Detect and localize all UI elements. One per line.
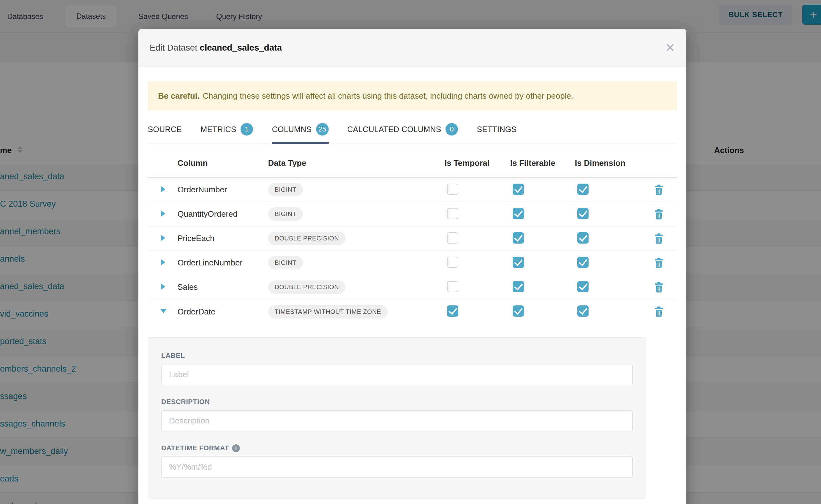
is-filterable-checkbox[interactable] [513, 305, 524, 317]
is-dimension-checkbox[interactable] [577, 208, 589, 219]
data-type-pill: BIGINT [268, 256, 303, 269]
delete-column-trash-icon[interactable] [654, 306, 664, 317]
data-type-pill: BIGINT [268, 183, 303, 196]
is-dimension-header: Is Dimension [575, 158, 641, 168]
modal-title-prefix: Edit Dataset [150, 43, 197, 52]
is-temporal-checkbox[interactable] [447, 281, 458, 292]
column-header: Column [177, 158, 268, 168]
is-filterable-checkbox[interactable] [513, 257, 524, 268]
delete-column-trash-icon[interactable] [654, 282, 664, 293]
modal-title: Edit Dataset cleaned_sales_data [150, 43, 282, 53]
warning-banner: Be careful. Changing these settings will… [148, 81, 677, 111]
modal-header: Edit Dataset cleaned_sales_data ✕ [138, 29, 686, 67]
datetime-format-label-text: DATETIME FORMAT [161, 444, 229, 452]
modal-title-dataset-name: cleaned_sales_data [200, 43, 282, 52]
column-row-quantityordered: QuantityOrderedBIGINT [148, 202, 677, 226]
modal-body: Be careful. Changing these settings will… [138, 81, 686, 499]
datetime-format-input[interactable] [161, 457, 633, 477]
is-temporal-checkbox[interactable] [447, 305, 458, 317]
tab-label: METRICS [200, 125, 236, 134]
is-dimension-checkbox[interactable] [577, 305, 589, 317]
is-temporal-checkbox[interactable] [447, 184, 458, 195]
is-temporal-checkbox[interactable] [447, 232, 458, 244]
tab-source[interactable]: SOURCE [148, 123, 182, 143]
collapse-caret-icon[interactable] [160, 309, 166, 313]
is-dimension-checkbox[interactable] [577, 281, 589, 292]
tab-columns[interactable]: COLUMNS25 [272, 123, 328, 143]
column-name: OrderNumber [177, 185, 268, 195]
orderdate-expanded-panel: LABEL DESCRIPTION DATETIME FORMAT i [148, 337, 646, 499]
delete-column-trash-icon[interactable] [654, 184, 664, 195]
tab-count-badge: 1 [240, 123, 253, 136]
delete-column-trash-icon[interactable] [654, 209, 664, 220]
column-name: OrderLineNumber [177, 258, 268, 268]
tab-calculated-columns[interactable]: CALCULATED COLUMNS0 [347, 123, 458, 143]
description-field-label: DESCRIPTION [161, 398, 633, 406]
data-type-pill: DOUBLE PRECISION [268, 280, 345, 294]
column-name: OrderDate [177, 307, 268, 317]
tab-metrics[interactable]: METRICS1 [200, 123, 253, 143]
is-filterable-checkbox[interactable] [513, 232, 524, 244]
delete-column-trash-icon[interactable] [654, 233, 664, 244]
is-filterable-header: Is Filterable [510, 158, 575, 168]
is-temporal-checkbox[interactable] [447, 208, 458, 219]
data-type-pill: DOUBLE PRECISION [268, 232, 345, 245]
close-icon[interactable]: ✕ [665, 42, 675, 54]
label-field-label: LABEL [161, 352, 633, 360]
is-filterable-checkbox[interactable] [513, 281, 524, 292]
column-name: QuantityOrdered [177, 209, 268, 219]
edit-dataset-modal: Edit Dataset cleaned_sales_data ✕ Be car… [138, 29, 686, 504]
expand-caret-icon[interactable] [161, 235, 165, 241]
data-type-header: Data Type [268, 158, 445, 168]
expand-caret-icon[interactable] [161, 284, 165, 290]
columns-table-header: Column Data Type Is Temporal Is Filterab… [148, 149, 677, 178]
warning-banner-text: Changing these settings will affect all … [203, 91, 573, 101]
is-dimension-checkbox[interactable] [577, 257, 589, 268]
tab-label: CALCULATED COLUMNS [347, 125, 442, 134]
datetime-format-field-label: DATETIME FORMAT i [161, 444, 633, 452]
column-row-orderlinenumber: OrderLineNumberBIGINT [148, 251, 677, 275]
modal-tabs: SOURCEMETRICS1COLUMNS25CALCULATED COLUMN… [148, 123, 677, 143]
description-input[interactable] [161, 410, 633, 431]
column-row-priceeach: PriceEachDOUBLE PRECISION [148, 226, 677, 251]
column-row-orderdate: OrderDateTIMESTAMP WITHOUT TIME ZONE [148, 299, 677, 324]
is-dimension-checkbox[interactable] [577, 184, 589, 195]
column-name: PriceEach [177, 234, 268, 243]
expand-caret-icon[interactable] [161, 186, 165, 192]
expand-caret-icon[interactable] [161, 259, 165, 265]
screen: Databases Datasets Saved Queries Query H… [0, 0, 821, 504]
label-input[interactable] [161, 364, 633, 385]
is-temporal-checkbox[interactable] [447, 257, 458, 268]
tab-settings[interactable]: SETTINGS [477, 123, 517, 143]
columns-table-body: OrderNumberBIGINTQuantityOrderedBIGINTPr… [148, 178, 677, 324]
is-temporal-header: Is Temporal [445, 158, 510, 168]
tab-label: COLUMNS [272, 125, 311, 134]
expand-caret-icon[interactable] [161, 210, 165, 217]
is-filterable-checkbox[interactable] [513, 208, 524, 219]
data-type-pill: BIGINT [268, 207, 303, 221]
data-type-pill: TIMESTAMP WITHOUT TIME ZONE [268, 305, 388, 319]
delete-column-trash-icon[interactable] [654, 257, 664, 269]
column-row-sales: SalesDOUBLE PRECISION [148, 275, 677, 299]
tab-count-badge: 0 [446, 123, 458, 136]
tab-count-badge: 25 [316, 123, 329, 136]
tab-label: SETTINGS [477, 125, 517, 134]
info-icon[interactable]: i [232, 444, 240, 452]
label-field-label-text: LABEL [161, 352, 185, 360]
is-filterable-checkbox[interactable] [513, 184, 524, 195]
column-name: Sales [177, 282, 268, 292]
warning-banner-bold: Be careful. [158, 91, 200, 101]
description-field-label-text: DESCRIPTION [161, 398, 210, 406]
is-dimension-checkbox[interactable] [577, 232, 589, 244]
tab-label: SOURCE [148, 125, 182, 134]
column-row-ordernumber: OrderNumberBIGINT [148, 178, 677, 202]
